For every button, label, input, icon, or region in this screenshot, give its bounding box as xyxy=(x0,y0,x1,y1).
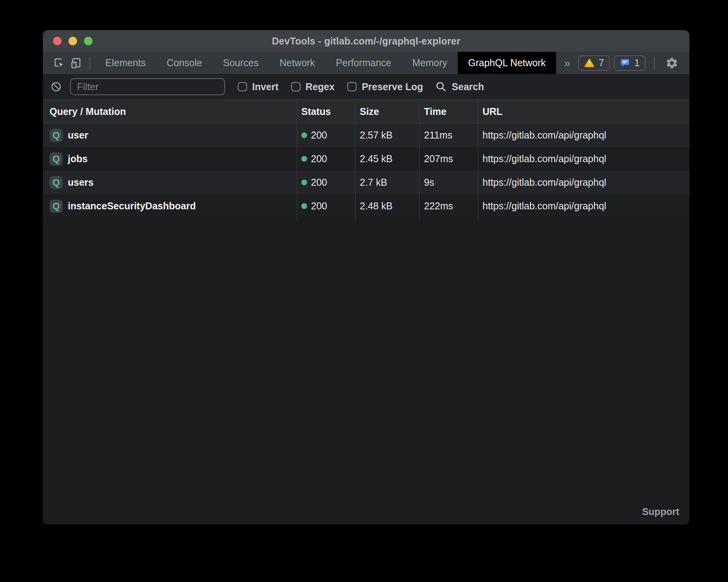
time-cell: 207ms xyxy=(419,147,478,171)
tab-console[interactable]: Console xyxy=(156,52,213,74)
status-cell: 200 xyxy=(297,171,355,194)
tabbar-right-tools: 7 1 xyxy=(578,52,689,74)
column-separator-stubs xyxy=(43,218,689,221)
table-row[interactable]: Q users 200 2.7 kB 9s https://gitlab.com… xyxy=(43,171,689,194)
column-separator-stub xyxy=(297,218,355,221)
magnifier-icon xyxy=(435,81,447,92)
time-cell: 211ms xyxy=(419,123,478,147)
column-header-status[interactable]: Status xyxy=(297,100,355,123)
table-row[interactable]: Q user 200 2.57 kB 211ms https://gitlab.… xyxy=(43,123,689,147)
tab-network[interactable]: Network xyxy=(269,52,326,74)
url-value: https://gitlab.com/api/graphql xyxy=(482,200,606,212)
clear-icon[interactable] xyxy=(50,80,63,93)
titlebar: DevTools - gitlab.com/-/graphql-explorer xyxy=(43,30,689,52)
url-cell: https://gitlab.com/api/graphql xyxy=(478,123,689,147)
url-value: https://gitlab.com/api/graphql xyxy=(482,130,606,141)
warnings-button[interactable]: 7 xyxy=(578,55,610,71)
size-value: 2.45 kB xyxy=(360,153,393,164)
network-toolbar: Invert Regex Preserve Log Search xyxy=(43,74,689,100)
query-type-badge: Q xyxy=(50,129,63,142)
regex-checkbox-group: Regex xyxy=(291,81,335,92)
minimize-window-button[interactable] xyxy=(69,37,77,45)
status-cell: 200 xyxy=(297,194,355,218)
status-ok-dot-icon xyxy=(301,156,307,162)
column-separator-stub xyxy=(419,218,478,221)
size-cell: 2.7 kB xyxy=(355,171,419,194)
query-name: jobs xyxy=(68,153,88,164)
kebab-menu-icon[interactable] xyxy=(684,55,689,72)
size-cell: 2.48 kB xyxy=(355,194,419,218)
inspect-cursor-icon[interactable] xyxy=(51,55,68,72)
table-row[interactable]: Q jobs 200 2.45 kB 207ms https://gitlab.… xyxy=(43,147,689,171)
query-type-badge: Q xyxy=(50,200,63,213)
close-window-button[interactable] xyxy=(53,37,62,45)
tabbar-separator xyxy=(89,57,90,69)
url-value: https://gitlab.com/api/graphql xyxy=(482,177,606,188)
preserve-log-checkbox-group: Preserve Log xyxy=(347,81,423,92)
tab-sources[interactable]: Sources xyxy=(213,52,269,74)
time-value: 222ms xyxy=(424,200,453,212)
column-header-time[interactable]: Time xyxy=(419,100,478,123)
size-value: 2.48 kB xyxy=(360,200,393,212)
query-cell: Q instanceSecurityDashboard xyxy=(43,194,297,218)
query-type-badge: Q xyxy=(50,176,63,189)
gear-icon[interactable] xyxy=(663,55,680,72)
query-cell: Q jobs xyxy=(43,147,297,171)
status-code: 200 xyxy=(311,153,327,164)
panel-tabs: Elements Console Sources Network Perform… xyxy=(95,52,578,74)
status-code: 200 xyxy=(311,200,327,212)
status-code: 200 xyxy=(311,130,327,141)
more-tabs-button[interactable]: » xyxy=(556,52,578,74)
size-value: 2.7 kB xyxy=(360,177,387,188)
query-type-badge: Q xyxy=(50,152,63,166)
column-separator-stub xyxy=(43,218,297,221)
column-header-query[interactable]: Query / Mutation xyxy=(43,100,297,123)
preserve-log-checkbox-label: Preserve Log xyxy=(362,81,423,92)
traffic-lights xyxy=(53,30,93,52)
table-row[interactable]: Q instanceSecurityDashboard 200 2.48 kB … xyxy=(43,194,689,218)
tab-memory[interactable]: Memory xyxy=(402,52,457,74)
query-name: user xyxy=(68,130,88,141)
search-label: Search xyxy=(452,81,484,92)
table-header: Query / Mutation Status Size Time URL xyxy=(43,100,689,123)
panel-empty-area: Support xyxy=(43,221,689,524)
maximize-window-button[interactable] xyxy=(84,37,93,45)
tab-performance[interactable]: Performance xyxy=(325,52,402,74)
devtools-tabbar: Elements Console Sources Network Perform… xyxy=(43,52,689,74)
status-ok-dot-icon xyxy=(301,132,307,138)
status-ok-dot-icon xyxy=(301,203,307,209)
column-separator-stub xyxy=(478,218,689,221)
regex-checkbox[interactable] xyxy=(291,82,300,91)
status-ok-dot-icon xyxy=(301,180,307,185)
issues-button[interactable]: 1 xyxy=(614,55,646,71)
invert-checkbox[interactable] xyxy=(238,82,247,91)
regex-checkbox-label: Regex xyxy=(306,81,335,92)
tabbar-left-tools xyxy=(43,52,95,74)
tab-graphql-network[interactable]: GraphQL Network xyxy=(458,52,556,74)
time-cell: 9s xyxy=(419,171,478,194)
invert-checkbox-group: Invert xyxy=(238,81,278,92)
warning-triangle-icon xyxy=(584,58,595,68)
status-code: 200 xyxy=(311,177,327,188)
device-toolbar-icon[interactable] xyxy=(68,55,85,72)
time-cell: 222ms xyxy=(419,194,478,218)
invert-checkbox-label: Invert xyxy=(252,81,278,92)
size-cell: 2.57 kB xyxy=(355,123,419,147)
support-link[interactable]: Support xyxy=(642,506,679,517)
filter-input[interactable] xyxy=(70,78,225,95)
url-cell: https://gitlab.com/api/graphql xyxy=(478,171,689,194)
search-button[interactable]: Search xyxy=(435,81,484,92)
preserve-log-checkbox[interactable] xyxy=(347,82,357,91)
column-header-url[interactable]: URL xyxy=(478,100,689,123)
warning-count: 7 xyxy=(599,57,604,68)
tab-elements[interactable]: Elements xyxy=(95,52,156,74)
status-cell: 200 xyxy=(297,123,355,147)
url-cell: https://gitlab.com/api/graphql xyxy=(478,147,689,171)
query-cell: Q users xyxy=(43,171,297,194)
status-cell: 200 xyxy=(297,147,355,171)
window-title: DevTools - gitlab.com/-/graphql-explorer xyxy=(272,36,460,47)
url-cell: https://gitlab.com/api/graphql xyxy=(478,194,689,218)
column-header-size[interactable]: Size xyxy=(355,100,419,123)
query-name: instanceSecurityDashboard xyxy=(68,200,196,212)
size-value: 2.57 kB xyxy=(360,130,393,141)
